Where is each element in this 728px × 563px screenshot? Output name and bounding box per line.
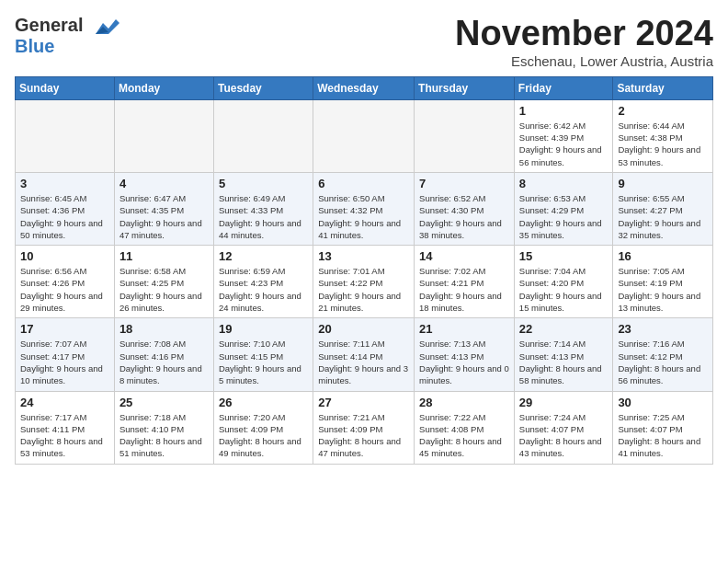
day-info: Sunrise: 7:07 AM Sunset: 4:17 PM Dayligh…	[20, 338, 109, 386]
logo-line2: Blue	[15, 36, 119, 56]
location-subtitle: Eschenau, Lower Austria, Austria	[455, 53, 713, 69]
day-number: 12	[219, 249, 308, 263]
day-info: Sunrise: 7:10 AM Sunset: 4:15 PM Dayligh…	[219, 338, 308, 386]
day-info: Sunrise: 7:01 AM Sunset: 4:22 PM Dayligh…	[318, 265, 409, 314]
month-title: November 2024	[455, 15, 713, 53]
weekday-header-wednesday: Wednesday	[313, 76, 415, 99]
day-cell: 4Sunrise: 6:47 AM Sunset: 4:35 PM Daylig…	[114, 172, 213, 245]
day-info: Sunrise: 7:08 AM Sunset: 4:16 PM Dayligh…	[119, 338, 209, 386]
day-number: 20	[318, 322, 409, 336]
day-number: 23	[618, 322, 708, 336]
day-info: Sunrise: 6:47 AM Sunset: 4:35 PM Dayligh…	[119, 192, 209, 241]
day-info: Sunrise: 7:22 AM Sunset: 4:08 PM Dayligh…	[419, 411, 509, 460]
day-info: Sunrise: 7:18 AM Sunset: 4:10 PM Dayligh…	[119, 411, 209, 460]
day-cell: 2Sunrise: 6:44 AM Sunset: 4:38 PM Daylig…	[613, 99, 713, 172]
day-info: Sunrise: 7:21 AM Sunset: 4:09 PM Dayligh…	[318, 411, 409, 460]
logo-line1: General	[15, 15, 119, 36]
day-number: 28	[419, 396, 509, 409]
day-info: Sunrise: 7:17 AM Sunset: 4:11 PM Dayligh…	[20, 411, 109, 460]
week-row-3: 10Sunrise: 6:56 AM Sunset: 4:26 PM Dayli…	[16, 246, 713, 318]
day-cell: 16Sunrise: 7:05 AM Sunset: 4:19 PM Dayli…	[613, 246, 713, 318]
day-cell: 3Sunrise: 6:45 AM Sunset: 4:36 PM Daylig…	[16, 172, 115, 245]
day-info: Sunrise: 7:20 AM Sunset: 4:09 PM Dayligh…	[219, 411, 308, 460]
day-info: Sunrise: 7:25 AM Sunset: 4:07 PM Dayligh…	[618, 411, 708, 460]
calendar-table: SundayMondayTuesdayWednesdayThursdayFrid…	[15, 76, 713, 465]
day-number: 3	[20, 177, 109, 190]
day-cell: 24Sunrise: 7:17 AM Sunset: 4:11 PM Dayli…	[16, 391, 115, 464]
day-cell: 18Sunrise: 7:08 AM Sunset: 4:16 PM Dayli…	[114, 318, 213, 391]
day-cell: 12Sunrise: 6:59 AM Sunset: 4:23 PM Dayli…	[213, 246, 313, 318]
day-cell: 26Sunrise: 7:20 AM Sunset: 4:09 PM Dayli…	[213, 391, 313, 464]
day-cell: 14Sunrise: 7:02 AM Sunset: 4:21 PM Dayli…	[415, 246, 515, 318]
day-number: 18	[119, 322, 209, 336]
day-cell: 5Sunrise: 6:49 AM Sunset: 4:33 PM Daylig…	[213, 172, 313, 245]
weekday-header-monday: Monday	[114, 76, 213, 99]
weekday-header-tuesday: Tuesday	[213, 76, 313, 99]
day-info: Sunrise: 7:02 AM Sunset: 4:21 PM Dayligh…	[419, 265, 509, 314]
weekday-header-thursday: Thursday	[415, 76, 515, 99]
day-cell: 25Sunrise: 7:18 AM Sunset: 4:10 PM Dayli…	[114, 391, 213, 464]
day-number: 1	[519, 104, 609, 118]
day-info: Sunrise: 7:05 AM Sunset: 4:19 PM Dayligh…	[618, 265, 708, 314]
day-number: 21	[419, 322, 509, 336]
day-info: Sunrise: 7:14 AM Sunset: 4:13 PM Dayligh…	[519, 338, 609, 386]
day-number: 14	[419, 249, 509, 263]
day-cell: 9Sunrise: 6:55 AM Sunset: 4:27 PM Daylig…	[613, 172, 713, 245]
week-row-1: 1Sunrise: 6:42 AM Sunset: 4:39 PM Daylig…	[16, 99, 713, 172]
day-info: Sunrise: 7:16 AM Sunset: 4:12 PM Dayligh…	[618, 338, 708, 386]
day-number: 25	[119, 396, 209, 409]
day-cell	[16, 99, 115, 172]
weekday-header-sunday: Sunday	[16, 76, 115, 99]
weekday-header-friday: Friday	[514, 76, 613, 99]
day-cell: 1Sunrise: 6:42 AM Sunset: 4:39 PM Daylig…	[514, 99, 613, 172]
day-number: 9	[618, 177, 708, 190]
title-area: November 2024 Eschenau, Lower Austria, A…	[455, 15, 713, 69]
day-number: 8	[519, 177, 609, 190]
day-number: 17	[20, 322, 109, 336]
day-number: 27	[318, 396, 409, 409]
day-cell: 6Sunrise: 6:50 AM Sunset: 4:32 PM Daylig…	[313, 172, 415, 245]
day-number: 30	[618, 396, 708, 409]
day-cell: 15Sunrise: 7:04 AM Sunset: 4:20 PM Dayli…	[514, 246, 613, 318]
day-cell: 7Sunrise: 6:52 AM Sunset: 4:30 PM Daylig…	[415, 172, 515, 245]
day-cell	[213, 99, 313, 172]
day-cell: 30Sunrise: 7:25 AM Sunset: 4:07 PM Dayli…	[613, 391, 713, 464]
day-cell	[415, 99, 515, 172]
day-number: 22	[519, 322, 609, 336]
day-number: 7	[419, 177, 509, 190]
day-info: Sunrise: 6:55 AM Sunset: 4:27 PM Dayligh…	[618, 192, 708, 241]
day-info: Sunrise: 6:59 AM Sunset: 4:23 PM Dayligh…	[219, 265, 308, 314]
day-cell: 20Sunrise: 7:11 AM Sunset: 4:14 PM Dayli…	[313, 318, 415, 391]
day-cell: 28Sunrise: 7:22 AM Sunset: 4:08 PM Dayli…	[415, 391, 515, 464]
day-cell	[313, 99, 415, 172]
day-info: Sunrise: 6:56 AM Sunset: 4:26 PM Dayligh…	[20, 265, 109, 314]
day-info: Sunrise: 7:04 AM Sunset: 4:20 PM Dayligh…	[519, 265, 609, 314]
day-number: 11	[119, 249, 209, 263]
logo: General Blue	[15, 15, 119, 56]
day-info: Sunrise: 6:52 AM Sunset: 4:30 PM Dayligh…	[419, 192, 509, 241]
day-cell: 8Sunrise: 6:53 AM Sunset: 4:29 PM Daylig…	[514, 172, 613, 245]
day-info: Sunrise: 6:44 AM Sunset: 4:38 PM Dayligh…	[618, 120, 708, 168]
day-cell: 19Sunrise: 7:10 AM Sunset: 4:15 PM Dayli…	[213, 318, 313, 391]
day-number: 16	[618, 249, 708, 263]
week-row-4: 17Sunrise: 7:07 AM Sunset: 4:17 PM Dayli…	[16, 318, 713, 391]
day-number: 29	[519, 396, 609, 409]
day-number: 2	[618, 104, 708, 118]
week-row-5: 24Sunrise: 7:17 AM Sunset: 4:11 PM Dayli…	[16, 391, 713, 464]
day-info: Sunrise: 6:49 AM Sunset: 4:33 PM Dayligh…	[219, 192, 308, 241]
day-number: 24	[20, 396, 109, 409]
day-cell	[114, 99, 213, 172]
day-info: Sunrise: 6:45 AM Sunset: 4:36 PM Dayligh…	[20, 192, 109, 241]
day-cell: 13Sunrise: 7:01 AM Sunset: 4:22 PM Dayli…	[313, 246, 415, 318]
day-number: 15	[519, 249, 609, 263]
day-cell: 23Sunrise: 7:16 AM Sunset: 4:12 PM Dayli…	[613, 318, 713, 391]
day-number: 5	[219, 177, 308, 190]
weekday-header-saturday: Saturday	[613, 76, 713, 99]
day-cell: 10Sunrise: 6:56 AM Sunset: 4:26 PM Dayli…	[16, 246, 115, 318]
day-cell: 11Sunrise: 6:58 AM Sunset: 4:25 PM Dayli…	[114, 246, 213, 318]
day-info: Sunrise: 7:11 AM Sunset: 4:14 PM Dayligh…	[318, 338, 409, 386]
weekday-header-row: SundayMondayTuesdayWednesdayThursdayFrid…	[16, 76, 713, 99]
day-info: Sunrise: 6:50 AM Sunset: 4:32 PM Dayligh…	[318, 192, 409, 241]
day-cell: 27Sunrise: 7:21 AM Sunset: 4:09 PM Dayli…	[313, 391, 415, 464]
day-number: 19	[219, 322, 308, 336]
